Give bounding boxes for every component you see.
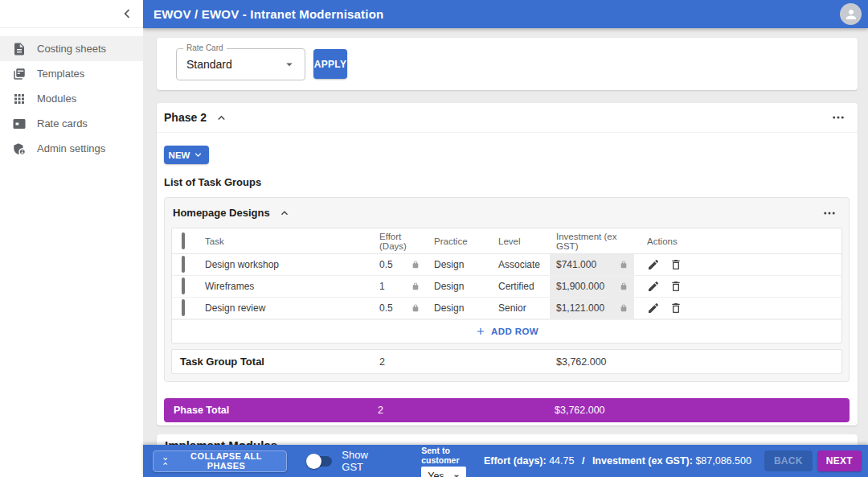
toggle-knob [306, 454, 321, 469]
effort-value[interactable]: 0.5 [379, 259, 393, 270]
investment-value: $1,900.000 [556, 281, 604, 292]
sidebar-item-label: Admin settings [37, 142, 105, 154]
task-name: Wireframes [199, 281, 373, 292]
collapse-all-phases-button[interactable]: COLLAPSE ALL PHASES [153, 450, 287, 472]
task-groups-heading: List of Task Groups [164, 176, 858, 188]
task-group-total-effort: 2 [373, 356, 428, 368]
task-group-more-icon[interactable] [821, 205, 837, 221]
sidebar-item-modules[interactable]: Modules [0, 86, 143, 111]
show-gst-toggle[interactable] [308, 456, 332, 467]
rate-card-select[interactable]: Rate Card Standard [176, 48, 305, 80]
footer-bar: COLLAPSE ALL PHASES Show GST Sent to cus… [143, 445, 868, 477]
lock-icon [620, 282, 628, 290]
lock-icon [620, 261, 628, 269]
practice-value[interactable]: Design [428, 302, 492, 314]
task-group-total-row: Task Group Total 2 $3,762.000 [171, 349, 842, 374]
table-row: Wireframes 1 Design Certified $1,900.000 [172, 276, 841, 298]
col-task: Task [199, 236, 373, 246]
sidebar-item-label: Costing sheets [37, 43, 106, 55]
sidebar-item-rate-cards[interactable]: Rate cards [0, 111, 143, 136]
apply-button[interactable]: APPLY [313, 49, 347, 79]
sent-to-customer-select[interactable]: Yes [421, 467, 466, 477]
effort-summary-value: 44.75 [549, 455, 574, 467]
lock-icon [411, 261, 420, 269]
level-value[interactable]: Certified [492, 281, 550, 292]
rate-card-label: Rate Card [183, 43, 227, 52]
totals-summary: Effort (days): 44.75 / Investment (ex GS… [484, 455, 751, 467]
task-table: Task Effort (Days) Practice Level Invest… [171, 228, 842, 343]
sent-to-customer-group: Sent to customer Yes [421, 446, 484, 477]
rate-card-value: Standard [186, 58, 232, 71]
dropdown-arrow-icon [282, 57, 297, 72]
unfold-less-icon [160, 455, 171, 467]
edit-icon[interactable] [646, 279, 661, 294]
effort-value[interactable]: 1 [379, 281, 385, 292]
sidebar-item-label: Modules [37, 93, 76, 105]
col-actions: Actions [634, 236, 841, 246]
phase-total-bar: Phase Total 2 $3,762.000 [164, 398, 850, 422]
sidebar-item-templates[interactable]: Templates [0, 61, 143, 86]
phase-more-icon[interactable] [830, 109, 846, 125]
select-all-checkbox[interactable] [182, 232, 185, 249]
col-investment: Investment (ex GST) [550, 232, 634, 251]
dropdown-arrow-icon [450, 470, 463, 477]
rate-card-panel: Rate Card Standard APPLY [157, 38, 858, 90]
level-value[interactable]: Senior [492, 302, 550, 314]
lock-icon [620, 304, 628, 312]
edit-icon[interactable] [646, 301, 661, 315]
row-checkbox[interactable] [182, 256, 185, 273]
back-button[interactable]: BACK [764, 450, 813, 471]
add-row-label: ADD ROW [491, 327, 538, 336]
row-checkbox[interactable] [182, 278, 185, 294]
edit-icon[interactable] [646, 257, 661, 272]
sidebar-item-label: Templates [37, 68, 84, 80]
practice-value[interactable]: Design [428, 259, 492, 270]
new-button[interactable]: NEW [164, 146, 209, 164]
col-practice: Practice [428, 236, 492, 246]
phase-card: Phase 2 NEW List of Task Groups Homepage… [157, 103, 858, 426]
task-group-title: Homepage Designs [173, 207, 270, 219]
table-row: Design review 0.5 Design Senior $1,121.0… [172, 298, 841, 319]
collapse-all-phases-label: COLLAPSE ALL PHASES [176, 451, 277, 471]
practice-value[interactable]: Design [428, 281, 492, 292]
task-group-panel: Homepage Designs Task Effort (Days) Prac… [164, 197, 850, 382]
admin-settings-icon [12, 142, 27, 156]
chevron-up-icon[interactable] [278, 207, 291, 220]
sidebar-item-label: Rate cards [37, 117, 88, 130]
sidebar-nav: Costing sheets Templates Modules Rate ca… [0, 28, 143, 161]
delete-icon[interactable] [669, 279, 683, 294]
plus-icon [475, 326, 486, 337]
user-avatar[interactable] [840, 3, 862, 25]
task-name: Design review [199, 302, 373, 314]
delete-icon[interactable] [669, 301, 683, 315]
sidebar-toolbar [0, 0, 143, 28]
level-value[interactable]: Associate [492, 259, 550, 270]
show-gst-label: Show GST [342, 449, 387, 473]
summary-separator: / [582, 455, 584, 467]
next-button[interactable]: NEXT [817, 450, 862, 471]
effort-value[interactable]: 0.5 [379, 302, 393, 314]
row-checkbox[interactable] [182, 299, 185, 316]
lock-icon [411, 282, 420, 290]
chevron-up-icon[interactable] [215, 111, 228, 125]
phase-header: Phase 2 [157, 103, 858, 133]
phase-title: Phase 2 [164, 111, 207, 124]
sidebar-item-admin-settings[interactable]: Admin settings [0, 136, 143, 161]
sent-to-customer-value: Yes [428, 471, 444, 477]
sidebar-item-costing-sheets[interactable]: Costing sheets [0, 36, 143, 61]
phase-total-label: Phase Total [164, 405, 371, 416]
investment-summary-value: $87,086.500 [695, 455, 751, 467]
col-effort: Effort (Days) [373, 232, 428, 251]
task-name: Design workshop [199, 259, 373, 270]
chevron-left-icon[interactable] [117, 4, 137, 23]
investment-value: $741.000 [556, 259, 596, 270]
sent-to-customer-label: Sent to customer [421, 446, 484, 465]
add-row-button[interactable]: ADD ROW [172, 319, 841, 343]
delete-icon[interactable] [669, 257, 683, 272]
grid-icon [12, 92, 27, 106]
card-icon [12, 117, 27, 131]
new-button-label: NEW [169, 150, 190, 160]
phase-total-effort: 2 [371, 405, 426, 416]
sidebar: Costing sheets Templates Modules Rate ca… [0, 0, 143, 477]
col-level: Level [492, 236, 550, 246]
